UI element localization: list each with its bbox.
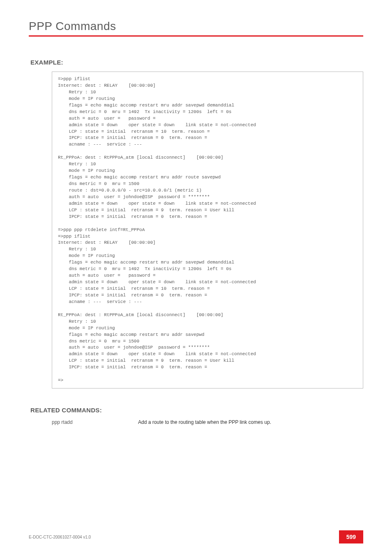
page-number: 599 [339, 530, 363, 543]
header-rule [29, 35, 363, 37]
page-footer: E-DOC-CTC-20061027-0004 v1.0 599 [29, 530, 363, 543]
document-id: E-DOC-CTC-20061027-0004 v1.0 [29, 535, 91, 539]
related-command-description: Add a route to the routing table when th… [138, 419, 271, 425]
code-block: =>ppp iflist Internet: dest : RELAY [00:… [52, 72, 363, 388]
related-command-row: ppp rtadd Add a route to the routing tab… [52, 419, 363, 425]
chapter-title: PPP Commands [29, 20, 363, 33]
related-command-name: ppp rtadd [52, 419, 138, 425]
related-commands-label: RELATED COMMANDS: [30, 407, 363, 414]
example-label: EXAMPLE: [30, 59, 363, 66]
